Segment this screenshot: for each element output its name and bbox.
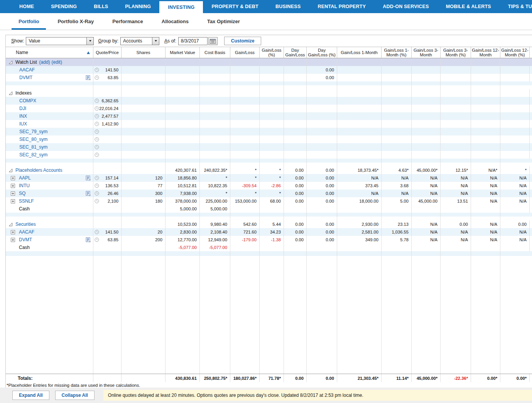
collapse-triangle-icon[interactable]: [8, 60, 13, 64]
security-link-dji[interactable]: DJI: [19, 106, 26, 111]
ticker-row-compx[interactable]: COMPX6,362.65: [6, 97, 532, 105]
dropdown-arrow-icon[interactable]: [86, 37, 93, 45]
col-header-gain-loss-1-month[interactable]: Gain/Loss 1-Month: [337, 47, 382, 58]
nav-tab-investing[interactable]: INVESTING: [159, 1, 203, 13]
news-icon[interactable]: [86, 75, 91, 80]
col-header-quote-price[interactable]: Quote/Price: [93, 47, 122, 58]
ticker-row-sec-79-sym[interactable]: SEC_79_sym: [6, 128, 532, 135]
ticker-row-dvmt[interactable]: DVMT63.850.00: [6, 74, 532, 81]
security-link-inx[interactable]: INX: [19, 113, 27, 119]
holding-row-aacaf[interactable]: AACAF141.50202,830.002,108.40721.6034.23…: [6, 228, 532, 236]
security-link-dvmt[interactable]: DVMT: [19, 237, 32, 242]
security-link-sec-82-sym[interactable]: SEC_82_sym: [19, 152, 47, 157]
ticker-row-inx[interactable]: INX2,477.57: [6, 112, 532, 120]
ticker-row-iux[interactable]: IUX1,412.90: [6, 120, 532, 128]
security-link-sec-79-sym[interactable]: SEC_79_sym: [19, 129, 47, 134]
subtab-portfolio[interactable]: Portfolio: [9, 13, 48, 30]
security-link-sec-81-sym[interactable]: SEC_81_sym: [19, 144, 47, 150]
security-link-aacaf[interactable]: AACAF: [19, 67, 35, 73]
nav-tab-mobile-alerts[interactable]: MOBILE & ALERTS: [437, 0, 500, 13]
news-icon[interactable]: [86, 237, 91, 242]
asof-date-input[interactable]: 8/3/2017: [178, 37, 208, 45]
col-header-day-gain-loss[interactable]: Day Gain/Loss: [284, 47, 307, 58]
ticker-row-sec-82-sym[interactable]: SEC_82_sym: [6, 151, 532, 159]
col-header-gain-loss[interactable]: Gain/Loss: [230, 47, 260, 58]
security-link-aapl[interactable]: AAPL: [19, 175, 31, 181]
add-link[interactable]: (add): [39, 59, 50, 65]
expand-plus-icon[interactable]: [11, 199, 15, 203]
group-row-securities[interactable]: Securities10,523.009,980.40542.605.440.0…: [6, 220, 532, 228]
nav-tab-business[interactable]: BUSINESS: [267, 0, 309, 13]
expand-plus-icon[interactable]: [11, 191, 15, 196]
security-link-intu[interactable]: INTU: [19, 183, 30, 188]
dropdown-arrow-icon[interactable]: [152, 37, 159, 45]
col-header-shares[interactable]: Shares: [122, 47, 166, 58]
nav-tab-rental-property[interactable]: RENTAL PROPERTY: [309, 0, 374, 13]
security-link-iux[interactable]: IUX: [19, 121, 27, 127]
col-header-gain-loss-12-month[interactable]: Gain/Loss 12-Month: [471, 47, 500, 58]
calendar-button[interactable]: [208, 37, 218, 45]
expand-all-button[interactable]: Expand All: [12, 391, 49, 400]
holding-row-aapl[interactable]: AAPL157.1412018,856.80***0.000.00N/AN/AN…: [6, 174, 532, 182]
col-header-gain-loss-3-month[interactable]: Gain/Loss 3-Month: [412, 47, 441, 58]
holding-row-dvmt[interactable]: DVMT63.8520012,770.0012,949.00-179.00-1.…: [6, 236, 532, 244]
ticker-row-sec-80-sym[interactable]: SEC_80_sym: [6, 135, 532, 143]
nav-tab-spending[interactable]: SPENDING: [42, 0, 85, 13]
security-link-sec-80-sym[interactable]: SEC_80_sym: [19, 137, 47, 142]
security-link-aacaf[interactable]: AACAF: [19, 229, 34, 235]
nav-tab-property-debt[interactable]: PROPERTY & DEBT: [203, 0, 267, 13]
nav-tab-bills[interactable]: BILLS: [85, 0, 117, 13]
nav-tab-add-on-services[interactable]: ADD-ON SERVICES: [374, 0, 437, 13]
nav-tab-home[interactable]: HOME: [11, 0, 42, 13]
security-link-ssnlf[interactable]: SSNLF: [19, 198, 34, 204]
security-link-compx[interactable]: COMPX: [19, 98, 36, 103]
totals-value: 45,000.00*: [412, 374, 441, 382]
collapse-triangle-icon[interactable]: [8, 168, 13, 173]
col-header-name[interactable]: Name: [6, 47, 93, 58]
ticker-row-dji[interactable]: DJI22,016.24: [6, 105, 532, 112]
col-header-market-value[interactable]: Market Value: [166, 47, 200, 58]
holding-row-intu[interactable]: INTU136.537710,512.8110,822.35-309.54-2.…: [6, 182, 532, 190]
holding-row-ssnlf[interactable]: SSNLF2,100180378,000.00225,000.00153,000…: [6, 197, 532, 205]
col-header-gain-loss-3-month[interactable]: Gain/Loss 3-Month (%): [441, 47, 471, 58]
subtab-tax-optimizer[interactable]: Tax Optimizer: [198, 13, 249, 30]
news-icon[interactable]: [86, 191, 91, 196]
group-row-placeholders-accounts[interactable]: Placeholders Accounts420,307.61240,822.3…: [6, 166, 532, 174]
collapse-triangle-icon[interactable]: [8, 222, 13, 227]
cell-value: [337, 151, 382, 159]
nav-tab-planning[interactable]: PLANNING: [117, 0, 159, 13]
col-header-gain-loss[interactable]: Gain/Loss (%): [260, 47, 284, 58]
expand-plus-icon[interactable]: [11, 184, 15, 188]
groupby-dropdown[interactable]: Accounts: [120, 37, 159, 45]
subtab-portfolio-x-ray[interactable]: Portfolio X-Ray: [48, 13, 103, 30]
group-label[interactable]: Securities: [15, 222, 36, 227]
collapse-triangle-icon[interactable]: [8, 91, 13, 95]
news-icon[interactable]: [86, 176, 91, 181]
collapse-all-button[interactable]: Collapse All: [55, 391, 95, 400]
col-header-gain-loss-12-month[interactable]: Gain/Loss 12-Month (%): [500, 47, 530, 58]
ticker-row-sec-81-sym[interactable]: SEC_81_sym: [6, 143, 532, 151]
expand-plus-icon[interactable]: [11, 176, 15, 180]
expand-plus-icon[interactable]: [11, 238, 15, 242]
ticker-row-aacaf[interactable]: AACAF141.500.00: [6, 66, 532, 74]
col-header-day-gain-loss[interactable]: Day Gain/Loss (%): [307, 47, 337, 58]
show-dropdown[interactable]: Value: [26, 37, 94, 45]
security-link-sq[interactable]: SQ: [19, 191, 25, 196]
group-row-watch-list[interactable]: Watch List(add)(edit): [6, 58, 532, 66]
expand-plus-icon[interactable]: [11, 230, 15, 234]
subtab-performance[interactable]: Performance: [103, 13, 152, 30]
customize-button[interactable]: Customize: [224, 37, 262, 45]
cell-value: [260, 89, 284, 97]
cell-value: [337, 120, 382, 128]
cell-value: N/A: [471, 197, 500, 205]
col-header-cost-basis[interactable]: Cost Basis: [200, 47, 230, 58]
group-label[interactable]: Placeholders Accounts: [15, 168, 62, 173]
col-header-gain-loss-1-month[interactable]: Gain/Loss 1-Month (%): [382, 47, 412, 58]
holding-row-sq[interactable]: SQ26.463007,938.00***0.000.00N/AN/AN/AN/…: [6, 190, 532, 197]
security-link-dvmt[interactable]: DVMT: [19, 75, 32, 80]
group-row-indexes[interactable]: Indexes: [6, 89, 532, 97]
nav-tab-tips-tutorials[interactable]: TIPS & TUTORIALS: [500, 0, 532, 13]
cell-value: [337, 112, 382, 120]
subtab-allocations[interactable]: Allocations: [152, 13, 198, 30]
edit-link[interactable]: (edit): [52, 59, 62, 65]
